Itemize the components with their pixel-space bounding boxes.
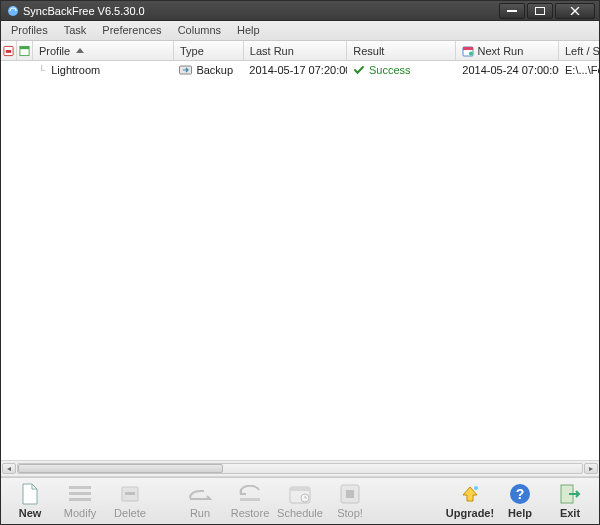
svg-rect-1 xyxy=(507,10,517,12)
svg-rect-15 xyxy=(125,492,135,495)
run-button[interactable]: Run xyxy=(175,479,225,523)
stop-icon xyxy=(338,483,362,505)
help-label: Help xyxy=(508,507,532,519)
svg-rect-8 xyxy=(463,47,473,50)
upgrade-button[interactable]: Upgrade! xyxy=(445,479,495,523)
new-button[interactable]: New xyxy=(5,479,55,523)
menu-preferences[interactable]: Preferences xyxy=(94,21,169,40)
exit-icon xyxy=(558,483,582,505)
modify-icon xyxy=(68,483,92,505)
cell-left-source: E:\...\Fotoalb xyxy=(559,63,599,77)
horizontal-scrollbar[interactable]: ◂ ▸ xyxy=(1,460,599,477)
svg-text:?: ? xyxy=(516,486,525,502)
window-title: SyncBackFree V6.5.30.0 xyxy=(23,5,497,17)
upgrade-icon xyxy=(458,483,482,505)
schedule-label: Schedule xyxy=(277,507,323,519)
result-value: Success xyxy=(369,64,411,76)
restore-button[interactable]: Restore xyxy=(225,479,275,523)
left-source-value: E:\...\Fotoalb xyxy=(565,64,599,76)
profile-name: Lightroom xyxy=(51,64,100,76)
app-window: SyncBackFree V6.5.30.0 Profiles Task Pre… xyxy=(0,0,600,525)
app-icon xyxy=(7,5,19,17)
column-left-source[interactable]: Left / Source xyxy=(559,41,599,60)
column-result-label: Result xyxy=(353,45,384,57)
svg-rect-13 xyxy=(69,498,91,501)
svg-rect-16 xyxy=(240,498,260,501)
type-value: Backup xyxy=(196,64,233,76)
svg-rect-6 xyxy=(20,46,29,49)
stop-button[interactable]: Stop! xyxy=(325,479,375,523)
column-next-run-label: Next Run xyxy=(477,45,523,57)
titlebar: SyncBackFree V6.5.30.0 xyxy=(1,1,599,21)
column-type-label: Type xyxy=(180,45,204,57)
column-profile[interactable]: Profile xyxy=(33,41,174,60)
stop-label: Stop! xyxy=(337,507,363,519)
restore-icon xyxy=(238,483,262,505)
svg-rect-2 xyxy=(536,7,545,14)
success-icon xyxy=(353,64,365,76)
menu-help[interactable]: Help xyxy=(229,21,268,40)
exit-label: Exit xyxy=(560,507,580,519)
exit-button[interactable]: Exit xyxy=(545,479,595,523)
help-icon: ? xyxy=(508,483,532,505)
run-icon xyxy=(188,483,212,505)
menu-task[interactable]: Task xyxy=(56,21,95,40)
column-select-icon[interactable] xyxy=(1,41,17,60)
column-next-run[interactable]: Next Run xyxy=(456,41,559,60)
column-window-icon[interactable] xyxy=(17,41,33,60)
column-header-row: Profile Type Last Run Result Next Run Le… xyxy=(1,41,599,61)
delete-label: Delete xyxy=(114,507,146,519)
backup-icon xyxy=(179,64,192,76)
svg-rect-21 xyxy=(346,490,354,498)
scroll-thumb[interactable] xyxy=(18,464,223,473)
modify-label: Modify xyxy=(64,507,96,519)
scroll-right-arrow[interactable]: ▸ xyxy=(584,463,598,474)
restore-label: Restore xyxy=(231,507,270,519)
cell-type: Backup xyxy=(173,63,243,77)
delete-icon xyxy=(118,483,142,505)
menubar: Profiles Task Preferences Columns Help xyxy=(1,21,599,41)
modify-button[interactable]: Modify xyxy=(55,479,105,523)
next-run-value: 2014-05-24 07:00:00 xyxy=(462,64,559,76)
minimize-button[interactable] xyxy=(499,3,525,19)
column-left-source-label: Left / Source xyxy=(565,45,600,57)
svg-rect-11 xyxy=(69,486,91,489)
maximize-button[interactable] xyxy=(527,3,553,19)
help-button[interactable]: ? Help xyxy=(495,479,545,523)
svg-rect-12 xyxy=(69,492,91,495)
column-last-run[interactable]: Last Run xyxy=(244,41,347,60)
calendar-icon xyxy=(462,45,474,57)
column-profile-label: Profile xyxy=(39,45,70,57)
cell-profile: └ Lightroom xyxy=(32,63,173,77)
tree-branch-icon: └ xyxy=(38,65,45,76)
svg-point-22 xyxy=(474,486,478,490)
upgrade-label: Upgrade! xyxy=(446,507,494,519)
schedule-button[interactable]: Schedule xyxy=(275,479,325,523)
column-last-run-label: Last Run xyxy=(250,45,294,57)
last-run-value: 2014-05-17 07:20:00 xyxy=(249,64,347,76)
run-label: Run xyxy=(190,507,210,519)
column-type[interactable]: Type xyxy=(174,41,244,60)
toolbar: New Modify Delete Run Restore Schedule S… xyxy=(1,477,599,524)
cell-result: Success xyxy=(347,63,456,77)
column-result[interactable]: Result xyxy=(347,41,456,60)
delete-button[interactable]: Delete xyxy=(105,479,155,523)
new-icon xyxy=(18,483,42,505)
menu-profiles[interactable]: Profiles xyxy=(3,21,56,40)
close-button[interactable] xyxy=(555,3,595,19)
cell-last-run: 2014-05-17 07:20:00 xyxy=(243,63,347,77)
scroll-left-arrow[interactable]: ◂ xyxy=(2,463,16,474)
svg-rect-18 xyxy=(290,487,310,491)
svg-point-9 xyxy=(469,51,473,55)
new-label: New xyxy=(19,507,42,519)
window-controls xyxy=(497,3,595,19)
svg-rect-4 xyxy=(6,50,12,53)
menu-columns[interactable]: Columns xyxy=(170,21,229,40)
schedule-icon xyxy=(288,483,312,505)
profile-grid[interactable]: └ Lightroom Backup 2014-05-17 07:20:00 S… xyxy=(1,61,599,460)
cell-next-run: 2014-05-24 07:00:00 xyxy=(456,63,559,77)
sort-ascending-icon xyxy=(76,48,84,53)
table-row[interactable]: └ Lightroom Backup 2014-05-17 07:20:00 S… xyxy=(1,61,599,79)
